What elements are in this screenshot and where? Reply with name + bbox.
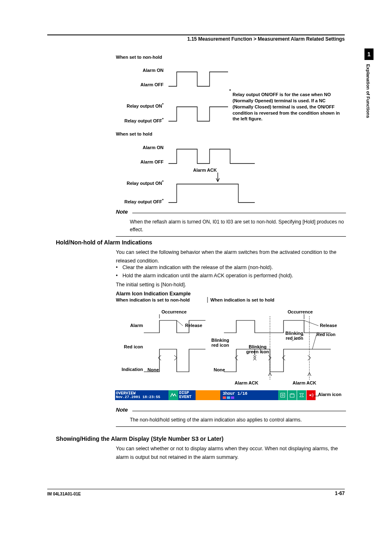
svg-rect-11 bbox=[281, 393, 285, 397]
sb-overview: OVERVIEW bbox=[116, 391, 136, 396]
note-text-2: The non-hold/hold setting of the alarm i… bbox=[116, 413, 346, 424]
mini-box-purple bbox=[231, 396, 234, 399]
label-alarm-on-2: Alarm ON bbox=[115, 145, 164, 150]
chapter-label: Explanation of Functions bbox=[364, 60, 371, 118]
note-label: Note bbox=[116, 209, 128, 215]
waveform-ind-hold bbox=[224, 314, 343, 386]
sb-icon-3 bbox=[297, 390, 306, 400]
bullet-2: •Hold the alarm indication until the ala… bbox=[116, 272, 344, 280]
footer-docid: IM 04L31A01-01E bbox=[47, 492, 81, 496]
section-title-hold: Hold/Non-hold of Alarm Indications bbox=[56, 239, 152, 246]
waveform-ind-nonhold bbox=[144, 314, 208, 374]
chapter-number: 1 bbox=[364, 48, 374, 60]
bullet-1: •Clear the alarm indication with the rel… bbox=[116, 263, 344, 272]
svg-point-16 bbox=[309, 394, 311, 396]
subhead-icon-example: Alarm Icon Indication Example bbox=[116, 291, 191, 297]
alarm-icon-pointer bbox=[314, 394, 320, 398]
label-relay-off-2: Relay output OFF* bbox=[109, 198, 164, 204]
sb-date: Nov.27.2001 18:23:55 bbox=[116, 396, 160, 399]
sb-event: EVENT bbox=[179, 395, 191, 399]
mini-box-blue bbox=[227, 396, 230, 399]
svg-line-5 bbox=[292, 335, 304, 341]
d2-none-2: None bbox=[214, 367, 225, 372]
svg-line-2 bbox=[177, 320, 183, 326]
col-separator bbox=[207, 297, 208, 303]
footer-rule bbox=[47, 489, 345, 489]
header-rule bbox=[47, 35, 345, 35]
waveform-nonhold bbox=[164, 66, 230, 123]
label-alarm-off-2: Alarm OFF bbox=[115, 159, 164, 164]
d2-alarm: Alarm bbox=[115, 323, 143, 328]
chapter-tab: 1 Explanation of Functions bbox=[364, 48, 374, 118]
sb-icon-1 bbox=[278, 390, 287, 400]
svg-rect-13 bbox=[290, 394, 294, 397]
hold-title: When set to hold bbox=[116, 131, 152, 136]
svg-line-10 bbox=[259, 347, 263, 353]
label-alarm-off: Alarm OFF bbox=[115, 82, 164, 87]
note-block-1: Note When the reflash alarm is turned ON… bbox=[116, 209, 346, 237]
sb-scale: 3hour 1/16 bbox=[223, 392, 247, 396]
nonhold-title: When set to non-hold bbox=[116, 55, 162, 60]
show-text: You can select whether or not to display… bbox=[116, 444, 344, 462]
d2-redicon: Red icon bbox=[115, 344, 143, 349]
document-page: { "header": { "breadcrumb": "1.15 Measur… bbox=[0, 0, 392, 555]
breadcrumb: 1.15 Measurement Function > Measurement … bbox=[187, 36, 345, 42]
hold-initial: The initial setting is [Non-hold]. bbox=[116, 281, 344, 289]
d2-indication: Indication bbox=[109, 367, 143, 372]
d2-occ-2: Occurrence bbox=[288, 309, 313, 314]
wave-icon bbox=[168, 390, 178, 400]
star-marker: * bbox=[229, 89, 231, 93]
relay-sidenote: Relay output ON/OFF is for the case when… bbox=[233, 92, 344, 122]
col1-title: When indication is set to non-hold bbox=[116, 297, 190, 302]
note-label-2: Note bbox=[116, 407, 128, 413]
col2-title: When indication is set to hold bbox=[210, 297, 274, 302]
d2-occ-1: Occurrence bbox=[161, 309, 187, 314]
note-block-2: Note The non-hold/hold setting of the al… bbox=[116, 407, 346, 427]
status-bar: OVERVIEW Nov.27.2001 18:23:55 DISP EVENT… bbox=[115, 390, 316, 400]
footer-page: 1-67 bbox=[335, 491, 345, 496]
section-title-show: Showing/Hiding the Alarm Display (Style … bbox=[56, 435, 224, 442]
mini-box-red bbox=[223, 396, 226, 399]
label-alarm-on: Alarm ON bbox=[115, 68, 164, 73]
svg-line-6 bbox=[312, 335, 316, 349]
sb-icon-2 bbox=[288, 390, 297, 400]
label-relay-on-2: Relay output ON* bbox=[109, 180, 164, 186]
waveform-hold bbox=[164, 143, 267, 205]
sb-orange bbox=[196, 390, 220, 400]
alarm-icon-label: Alarm icon bbox=[318, 392, 341, 397]
svg-point-12 bbox=[282, 394, 284, 396]
label-relay-on: Relay output ON* bbox=[109, 102, 164, 108]
svg-line-4 bbox=[304, 320, 318, 326]
note-text-1: When the reflash alarm is turned ON, I01… bbox=[116, 215, 346, 234]
label-relay-off: Relay output OFF* bbox=[109, 117, 164, 123]
